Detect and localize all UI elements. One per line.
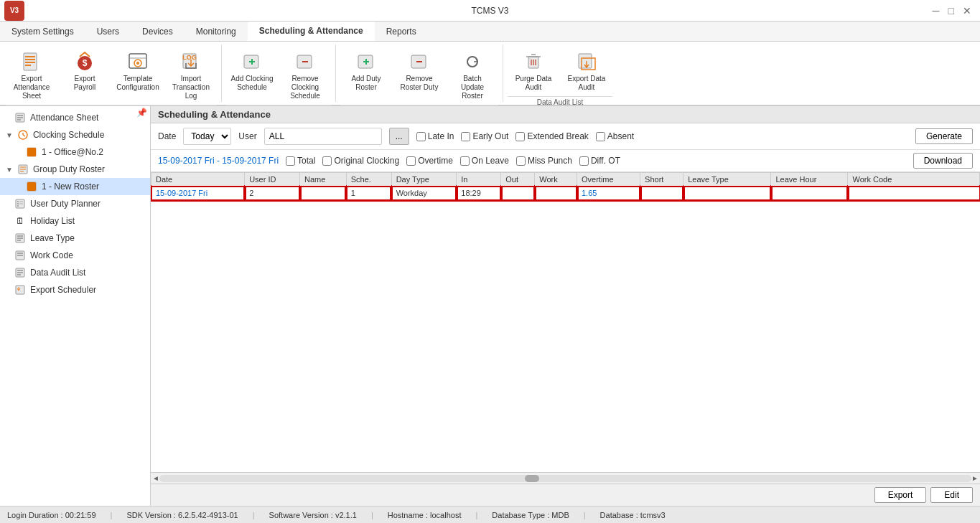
window-controls[interactable]: ─ □ ✕ bbox=[930, 5, 974, 17]
remove-roster-duty-btn[interactable]: Remove Roster Duty bbox=[393, 47, 445, 95]
sidebar-item-data-audit-list[interactable]: Data Audit List bbox=[0, 264, 150, 281]
cell-overtime: 1.65 bbox=[577, 187, 640, 200]
content-area: 📌 Attendance Sheet ▼ Clocking Schedule 1… bbox=[0, 106, 980, 506]
remove-clocking-btn[interactable]: Remove Clocking Schedule bbox=[279, 47, 331, 103]
sidebar-item-clocking-schedule[interactable]: ▼ Clocking Schedule bbox=[0, 126, 150, 143]
extended-break-checkbox-group: Extended Break bbox=[515, 131, 588, 141]
purge-data-audit-label: Purge Data Audit bbox=[512, 75, 555, 92]
login-duration: Login Duration : 00:21:59 bbox=[7, 511, 96, 519]
early-out-checkbox[interactable] bbox=[461, 132, 470, 141]
absent-checkbox-group: Absent bbox=[596, 131, 634, 141]
late-in-checkbox[interactable] bbox=[416, 132, 426, 141]
data-audit-list-icon bbox=[14, 267, 26, 278]
scroll-left-btn[interactable]: ◄ bbox=[152, 474, 159, 482]
menu-monitoring[interactable]: Monitoring bbox=[185, 22, 248, 41]
horizontal-scrollbar[interactable]: ◄ ► bbox=[151, 472, 980, 484]
extended-break-checkbox[interactable] bbox=[515, 132, 525, 141]
menu-devices[interactable]: Devices bbox=[131, 22, 185, 41]
toolbar-group-schedule: Add Clocking Schedule Remove Clocking Sc… bbox=[222, 44, 336, 102]
cell-name bbox=[300, 187, 347, 200]
sidebar-item-leave-type[interactable]: Leave Type bbox=[0, 230, 150, 247]
col-overtime: Overtime bbox=[577, 173, 640, 187]
sidebar-item-holiday-list[interactable]: 🗓 Holiday List bbox=[0, 212, 150, 230]
early-out-checkbox-group: Early Out bbox=[461, 131, 508, 141]
user-duty-planner-icon bbox=[14, 198, 26, 209]
extended-break-label: Extended Break bbox=[527, 131, 588, 141]
sidebar-item-work-code[interactable]: Work Code bbox=[0, 247, 150, 264]
cell-out bbox=[501, 187, 535, 200]
table-row[interactable]: 15-09-2017 Fri 2 1 Workday 18:29 1.65 bbox=[151, 187, 980, 200]
user-browse-btn[interactable]: ... bbox=[389, 128, 409, 145]
schedule-buttons: Add Clocking Schedule Remove Clocking Sc… bbox=[226, 47, 331, 103]
sidebar-item-group-duty-roster[interactable]: ▼ Group Duty Roster bbox=[0, 161, 150, 178]
download-btn[interactable]: Download bbox=[913, 153, 973, 169]
clocking-schedule-icon bbox=[17, 129, 29, 141]
data-table: Date User ID Name Sche. Day Type In Out … bbox=[151, 172, 980, 200]
edit-btn[interactable]: Edit bbox=[930, 487, 973, 503]
toolbar: Export Attendance Sheet $ Export Payroll bbox=[0, 42, 980, 106]
total-checkbox[interactable] bbox=[286, 156, 295, 166]
database: Database : tcmsv3 bbox=[600, 511, 666, 519]
roster-buttons: Add Duty Roster Remove Roster Duty bbox=[340, 47, 498, 103]
purge-data-audit-btn[interactable]: Purge Data Audit bbox=[508, 47, 559, 95]
menu-reports[interactable]: Reports bbox=[375, 22, 428, 41]
main-panel-header: Scheduling & Attendance bbox=[151, 106, 980, 123]
overtime-checkbox[interactable] bbox=[406, 156, 416, 166]
add-duty-roster-btn[interactable]: Add Duty Roster bbox=[340, 47, 392, 95]
batch-update-roster-btn[interactable]: Batch Update Roster bbox=[447, 47, 498, 103]
add-clocking-btn[interactable]: Add Clocking Schedule bbox=[226, 47, 278, 95]
menu-system-settings[interactable]: System Settings bbox=[0, 22, 85, 41]
sidebar-item-user-duty-planner[interactable]: User Duty Planner bbox=[0, 195, 150, 212]
sidebar-item-attendance[interactable]: Attendance Sheet bbox=[0, 109, 150, 126]
export-attendance-btn[interactable]: Export Attendance Sheet bbox=[6, 47, 57, 103]
svg-text:LOG: LOG bbox=[182, 54, 197, 61]
menu-users[interactable]: Users bbox=[85, 22, 131, 41]
export-scheduler-label: Export Scheduler bbox=[30, 285, 96, 295]
export-payroll-btn[interactable]: $ Export Payroll bbox=[59, 47, 111, 95]
on-leave-checkbox[interactable] bbox=[460, 156, 470, 166]
cell-leave-hour bbox=[771, 187, 848, 200]
scroll-thumb[interactable] bbox=[525, 475, 539, 482]
absent-checkbox[interactable] bbox=[596, 132, 605, 141]
cell-work bbox=[535, 187, 577, 200]
menu-scheduling[interactable]: Scheduling & Attendance bbox=[248, 22, 375, 41]
svg-point-10 bbox=[136, 62, 139, 65]
bottom-bar: Export Edit bbox=[151, 484, 980, 506]
export-attendance-icon bbox=[20, 50, 43, 73]
date-select[interactable]: Today bbox=[183, 128, 231, 145]
maximize-button[interactable]: □ bbox=[946, 5, 957, 17]
generate-btn[interactable]: Generate bbox=[915, 128, 973, 144]
scroll-track[interactable] bbox=[159, 475, 971, 482]
sidebar-item-export-scheduler[interactable]: Export Scheduler bbox=[0, 281, 150, 298]
table-area: Date User ID Name Sche. Day Type In Out … bbox=[151, 172, 980, 472]
main-panel: Scheduling & Attendance Date Today User … bbox=[151, 106, 980, 506]
col-day-type: Day Type bbox=[391, 173, 457, 187]
col-leave-hour: Leave Hour bbox=[771, 173, 848, 187]
export-btn[interactable]: Export bbox=[874, 487, 927, 503]
original-clocking-checkbox[interactable] bbox=[322, 156, 332, 166]
minimize-button[interactable]: ─ bbox=[930, 5, 943, 17]
pin-icon[interactable]: 📌 bbox=[136, 108, 147, 118]
import-transaction-icon: LOG bbox=[179, 50, 202, 73]
holiday-list-label: Holiday List bbox=[30, 216, 75, 226]
sidebar-item-office-no2[interactable]: 1 - Office@No.2 bbox=[0, 143, 150, 161]
export-attendance-label: Export Attendance Sheet bbox=[10, 75, 53, 100]
scroll-right-btn[interactable]: ► bbox=[971, 474, 979, 482]
miss-punch-checkbox[interactable] bbox=[516, 156, 526, 166]
total-label: Total bbox=[297, 156, 315, 166]
expand-roster-icon: ▼ bbox=[6, 166, 13, 174]
close-button[interactable]: ✕ bbox=[960, 5, 974, 17]
diff-ot-checkbox[interactable] bbox=[579, 156, 589, 166]
user-input[interactable] bbox=[264, 128, 382, 145]
export-data-audit-btn[interactable]: Export Data Audit bbox=[561, 47, 612, 95]
import-transaction-btn[interactable]: LOG Import Transaction Log bbox=[165, 47, 217, 103]
col-date: Date bbox=[151, 173, 245, 187]
user-label: User bbox=[238, 131, 256, 141]
app-logo: V3 bbox=[4, 1, 24, 21]
svg-rect-39 bbox=[27, 182, 36, 191]
sidebar-item-new-roster[interactable]: 1 - New Roster bbox=[0, 178, 150, 195]
on-leave-label: On Leave bbox=[472, 156, 509, 166]
template-config-btn[interactable]: Template Configuration bbox=[112, 47, 164, 95]
cell-sche: 1 bbox=[346, 187, 391, 200]
purge-data-audit-icon bbox=[522, 50, 545, 73]
